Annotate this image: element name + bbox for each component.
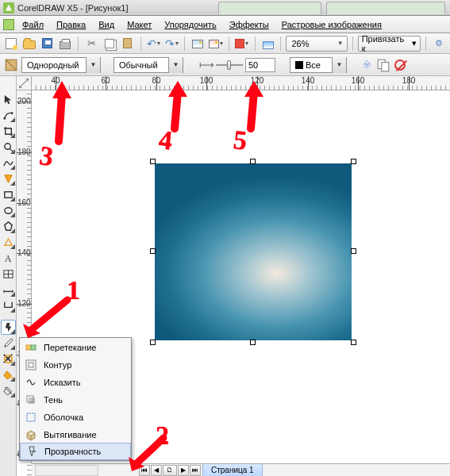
edit-transparency-icon[interactable] [3,57,19,73]
zoom-tool[interactable] [1,140,16,155]
basic-shapes-tool[interactable] [1,235,16,250]
fill-tool[interactable] [1,367,16,382]
pick-tool[interactable] [1,92,16,107]
open-button[interactable] [21,36,37,52]
redo-button[interactable]: ↷ [163,36,179,52]
rectangle-tool[interactable] [1,187,16,202]
paste-button[interactable] [120,36,136,52]
menu-bitmaps[interactable]: Растровые изображения [275,16,388,33]
flyout-item-label: Тень [44,395,126,405]
shape-tool[interactable] [1,108,16,123]
prev-page-button[interactable]: ◀ [151,465,162,476]
apply-to-combo[interactable]: Все ▼ [290,57,347,73]
toolbox: A [0,76,17,476]
dimension-tool[interactable] [1,282,16,298]
slider-thumb[interactable] [227,60,231,70]
ruler-origin[interactable] [17,76,32,90]
interactive-tool-flyout[interactable] [1,320,16,335]
selection-handle[interactable] [150,159,156,164]
menu-file[interactable]: Файл [16,16,50,33]
eyedropper-tool[interactable] [1,336,16,351]
svg-marker-9 [4,222,11,230]
next-page-button[interactable]: ▶ [178,465,189,476]
extrude-icon [25,428,37,441]
app-icon [3,2,14,13]
svg-point-3 [3,117,6,120]
selection-handle[interactable] [351,340,356,345]
table-tool[interactable] [1,267,16,282]
svg-line-6 [10,148,13,152]
app-menu-icon[interactable] [2,16,16,33]
shadow-icon [25,393,37,406]
selection-handle[interactable] [351,248,356,254]
transparency-value-input[interactable] [245,58,275,72]
export-button[interactable] [208,36,224,52]
freeze-icon[interactable]: ※ [360,58,374,72]
menu-layout[interactable]: Макет [121,16,158,33]
interactive-fill-tool[interactable] [1,383,16,398]
dropdown-icon[interactable]: ▼ [86,57,100,73]
polygon-tool[interactable] [1,219,16,234]
transparency-mode-combo[interactable]: Обычный ▼ [113,57,183,73]
options-button[interactable]: ⚙ [431,36,447,52]
flyout-item-label: Прозрачность [44,447,125,456]
cut-button[interactable]: ✂ [83,36,99,52]
first-page-button[interactable]: ⏮ [139,465,150,476]
selection-handle[interactable] [150,248,156,254]
freehand-tool[interactable] [1,155,16,171]
selection-handle[interactable] [351,159,356,164]
menu-view[interactable]: Вид [92,16,121,33]
svg-rect-20 [29,363,33,367]
page-tab-label: Страница 1 [211,466,254,474]
connector-tool[interactable] [1,298,16,313]
last-page-button[interactable]: ⏭ [190,465,201,476]
svg-point-4 [10,112,13,114]
page-tab-1[interactable]: Страница 1 [202,464,263,477]
menu-edit[interactable]: Правка [50,16,92,33]
copy-properties-icon[interactable] [376,58,390,72]
ellipse-tool[interactable] [1,203,16,218]
ruler-corner-and-horizontal: 406080100120140160180 [17,76,450,90]
import-button[interactable] [190,36,206,52]
copy-button[interactable] [102,36,117,52]
snap-to-combo[interactable]: Привязать к▾ [358,36,421,52]
dropdown-icon[interactable]: ▼ [168,57,183,73]
menu-effects[interactable]: Эффекты [223,16,275,33]
print-button[interactable] [57,36,73,52]
transparency-type-combo[interactable]: Однородный ▼ [21,57,101,73]
transparency-slider[interactable] [216,64,243,66]
selected-rectangle-object[interactable] [155,163,352,340]
flyout-item-distort[interactable]: Исказить [20,374,131,391]
page-nav-spacer [35,465,98,476]
flyout-item-label: Вытягивание [44,430,126,440]
flyout-item-contour[interactable]: Контур [20,356,131,374]
flyout-item-envelope[interactable]: Оболочка [20,409,131,426]
crop-tool[interactable] [1,124,16,139]
flyout-item-transparency[interactable]: Прозрачность [20,443,131,460]
undo-button[interactable]: ↶ [146,36,162,52]
selection-handle[interactable] [250,340,256,345]
dropdown-icon[interactable]: ▼ [332,57,346,73]
title-bar: CorelDRAW X5 - [Рисунок1] [0,0,450,16]
launch-button[interactable] [260,36,276,52]
svg-text:A: A [4,253,11,264]
menu-arrange[interactable]: Упорядочить [158,16,222,33]
start-transparency-icon: ⟼ [199,58,213,72]
selection-handle[interactable] [250,159,256,164]
save-button[interactable] [40,36,56,52]
zoom-combo[interactable]: 26%▼ [286,36,347,52]
contour-icon [25,359,37,371]
page-navigator: ⏮ ◀ 🗋 ▶ ⏭ Страница 1 [32,463,450,476]
add-page-button[interactable]: 🗋 [163,465,177,476]
menu-bar: Файл Правка Вид Макет Упорядочить Эффект… [0,16,450,33]
clear-transparency-icon[interactable] [393,58,407,72]
text-tool[interactable]: A [1,251,16,266]
flyout-item-blend[interactable]: Перетекание [20,339,131,356]
new-button[interactable] [3,36,19,52]
outline-tool[interactable] [1,351,16,367]
publish-button[interactable] [234,36,250,52]
flyout-item-extrude[interactable]: Вытягивание [20,426,131,443]
selection-handle[interactable] [150,340,156,345]
smart-fill-tool[interactable] [1,171,16,186]
flyout-item-shadow[interactable]: Тень [20,391,131,409]
